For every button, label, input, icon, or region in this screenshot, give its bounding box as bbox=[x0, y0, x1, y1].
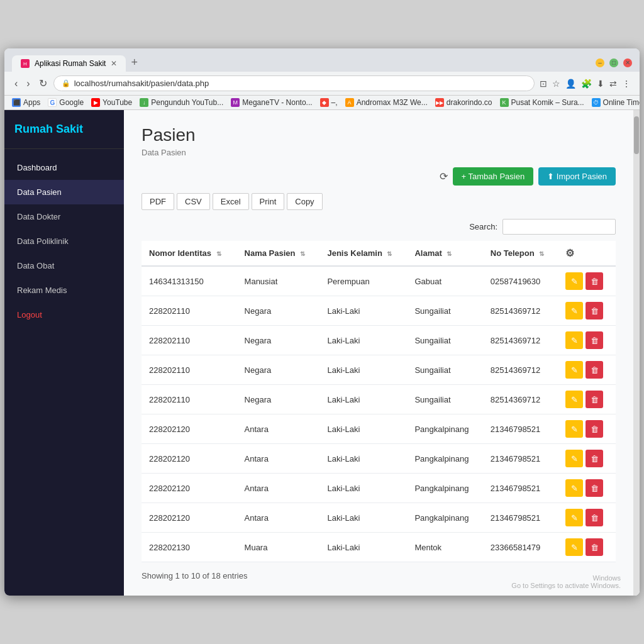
minimize-button[interactable]: – bbox=[596, 58, 604, 67]
new-tab-button[interactable]: + bbox=[126, 53, 143, 72]
scrollbar-thumb[interactable] bbox=[634, 116, 639, 154]
sidebar-item-data-pasien[interactable]: Data Pasien bbox=[4, 180, 124, 204]
delete-button[interactable]: 🗑 bbox=[586, 509, 603, 526]
col-nomor[interactable]: Nomor Identitas ⇅ bbox=[142, 241, 237, 266]
bookmark-andromax-label: Andromax M3Z We... bbox=[357, 98, 428, 107]
edit-button[interactable]: ✎ bbox=[565, 538, 583, 556]
showing-text: Showing 1 to 10 of 18 entries bbox=[142, 571, 616, 580]
cell-actions: ✎ 🗑 bbox=[558, 355, 616, 385]
delete-button[interactable]: 🗑 bbox=[586, 331, 603, 349]
table-row: 228202120 Antara Laki-Laki Pangkalpinang… bbox=[142, 444, 616, 474]
delete-button[interactable]: 🗑 bbox=[586, 391, 603, 408]
col-nama[interactable]: Nama Pasien ⇅ bbox=[237, 241, 320, 266]
csv-button[interactable]: CSV bbox=[177, 193, 210, 210]
address-bar[interactable]: 🔒 localhost/rumahsakit/pasien/data.php bbox=[53, 75, 535, 91]
cell-telepon: 21346798521 bbox=[483, 414, 558, 444]
sync-icon[interactable]: ⇄ bbox=[608, 77, 618, 90]
cell-kelamin: Perempuan bbox=[319, 266, 407, 296]
delete-button[interactable]: 🗑 bbox=[586, 272, 603, 290]
sidebar-item-data-poliklinik[interactable]: Data Poliklinik bbox=[4, 229, 124, 253]
edit-button[interactable]: ✎ bbox=[565, 509, 583, 526]
cell-kelamin: Laki-Laki bbox=[319, 385, 407, 414]
print-button[interactable]: Print bbox=[252, 193, 285, 210]
cell-actions: ✎ 🗑 bbox=[558, 326, 616, 355]
cell-telepon: 82514369712 bbox=[483, 355, 558, 385]
table-row: 228202110 Negara Laki-Laki Sungailiat 82… bbox=[142, 355, 616, 385]
delete-button[interactable]: 🗑 bbox=[586, 361, 603, 379]
pdf-button[interactable]: PDF bbox=[142, 193, 174, 210]
table-body: 146341313150 Manusiat Perempuan Gabuat 0… bbox=[142, 266, 616, 562]
star-icon[interactable]: ☆ bbox=[551, 77, 562, 90]
reload-button[interactable]: ↻ bbox=[36, 76, 50, 91]
delete-button[interactable]: 🗑 bbox=[586, 538, 603, 556]
extension-icon[interactable]: 🧩 bbox=[580, 77, 593, 90]
download-icon[interactable]: ⬇ bbox=[596, 77, 606, 90]
cell-nama: Negara bbox=[237, 385, 320, 414]
active-tab[interactable]: H Aplikasi Rumah Sakit ✕ bbox=[12, 55, 126, 72]
copy-button[interactable]: Copy bbox=[287, 193, 322, 210]
bookmark-drakor[interactable]: ▶▶ drakorindo.co bbox=[435, 98, 492, 107]
bookmark-andromax[interactable]: A Andromax M3Z We... bbox=[345, 98, 428, 107]
cell-nama: Antara bbox=[237, 503, 320, 533]
sort-icon-nomor: ⇅ bbox=[216, 250, 221, 257]
edit-button[interactable]: ✎ bbox=[565, 361, 583, 379]
col-alamat[interactable]: Alamat ⇅ bbox=[407, 241, 482, 266]
sidebar-brand: Rumah Sakit bbox=[4, 110, 124, 149]
bookmark-timer[interactable]: ⏱ Online Timer bbox=[592, 98, 640, 107]
back-button[interactable]: ‹ bbox=[12, 77, 20, 91]
bookmark-google[interactable]: G Google bbox=[48, 98, 84, 107]
menu-icon[interactable]: ⋮ bbox=[621, 77, 632, 90]
browser-toolbar: ‹ › ↻ 🔒 localhost/rumahsakit/pasien/data… bbox=[4, 72, 640, 96]
sidebar-item-dashboard[interactable]: Dashboard bbox=[4, 155, 124, 180]
bookmark-youtube[interactable]: ▶ YouTube bbox=[91, 98, 132, 107]
col-telepon[interactable]: No Telepon ⇅ bbox=[483, 241, 558, 266]
edit-button[interactable]: ✎ bbox=[565, 420, 583, 438]
import-pasien-button[interactable]: ⬆ Import Pasien bbox=[538, 167, 616, 186]
url-text: localhost/rumahsakit/pasien/data.php bbox=[74, 79, 209, 88]
cell-alamat: Pangkalpinang bbox=[407, 444, 482, 474]
bookmark-komik[interactable]: K Pusat Komik – Sura... bbox=[500, 98, 584, 107]
settings-icon: ⚙ bbox=[565, 248, 574, 258]
delete-button[interactable]: 🗑 bbox=[586, 420, 603, 438]
bookmark-apps[interactable]: ⬛ Apps bbox=[12, 98, 40, 107]
bookmarks-bar: ⬛ Apps G Google ▶ YouTube ↓ Pengunduh Yo… bbox=[4, 96, 640, 110]
search-input[interactable] bbox=[502, 219, 616, 235]
edit-button[interactable]: ✎ bbox=[565, 479, 583, 497]
close-button[interactable]: ✕ bbox=[623, 58, 632, 67]
delete-button[interactable]: 🗑 bbox=[586, 450, 603, 467]
delete-button[interactable]: 🗑 bbox=[586, 302, 603, 319]
sidebar-item-logout[interactable]: Logout bbox=[4, 303, 124, 327]
scrollbar[interactable] bbox=[633, 110, 640, 596]
excel-button[interactable]: Excel bbox=[213, 193, 249, 210]
edit-button[interactable]: ✎ bbox=[565, 302, 583, 319]
profile-icon[interactable]: 👤 bbox=[564, 77, 577, 90]
bookmark-red-label: –, bbox=[331, 98, 338, 107]
sidebar-item-data-dokter[interactable]: Data Dokter bbox=[4, 204, 124, 229]
refresh-button[interactable]: ⟳ bbox=[440, 170, 448, 182]
forward-button[interactable]: › bbox=[24, 77, 32, 91]
screen-icon[interactable]: ⊡ bbox=[538, 77, 548, 90]
cell-telepon: 21346798521 bbox=[483, 474, 558, 503]
sidebar-item-data-obat[interactable]: Data Obat bbox=[4, 253, 124, 278]
bookmark-megane[interactable]: M MeganeTV - Nonto... bbox=[231, 98, 312, 107]
drakor-icon: ▶▶ bbox=[435, 98, 444, 107]
sidebar-item-rekam-medis[interactable]: Rekam Medis bbox=[4, 278, 124, 303]
cell-alamat: Sungailiat bbox=[407, 326, 482, 355]
edit-button[interactable]: ✎ bbox=[565, 272, 583, 290]
edit-button[interactable]: ✎ bbox=[565, 331, 583, 349]
bookmark-pengunduh[interactable]: ↓ Pengunduh YouTub... bbox=[140, 98, 223, 107]
maximize-button[interactable]: □ bbox=[609, 58, 618, 67]
cell-kelamin: Laki-Laki bbox=[319, 355, 407, 385]
delete-button[interactable]: 🗑 bbox=[586, 479, 603, 497]
cell-kelamin: Laki-Laki bbox=[319, 444, 407, 474]
edit-button[interactable]: ✎ bbox=[565, 391, 583, 408]
bookmark-red[interactable]: ◆ –, bbox=[320, 98, 338, 107]
tab-close-button[interactable]: ✕ bbox=[111, 59, 117, 68]
edit-button[interactable]: ✎ bbox=[565, 450, 583, 467]
col-kelamin[interactable]: Jenis Kelamin ⇅ bbox=[319, 241, 407, 266]
tambah-pasien-button[interactable]: + Tambah Pasien bbox=[453, 167, 534, 186]
andromax-icon: A bbox=[345, 98, 354, 107]
red-icon: ◆ bbox=[320, 98, 329, 107]
cell-kelamin: Laki-Laki bbox=[319, 414, 407, 444]
cell-nomor: 146341313150 bbox=[142, 266, 237, 296]
